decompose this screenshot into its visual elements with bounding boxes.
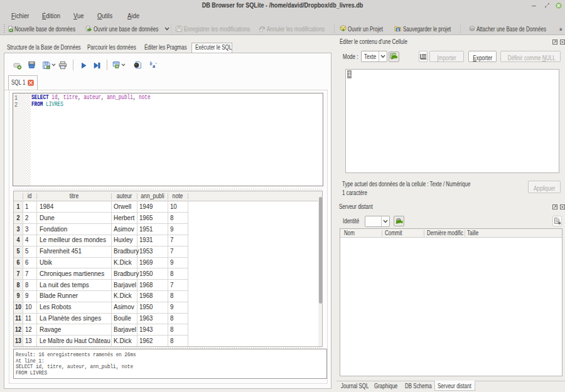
svg-text:a: a <box>153 63 155 69</box>
